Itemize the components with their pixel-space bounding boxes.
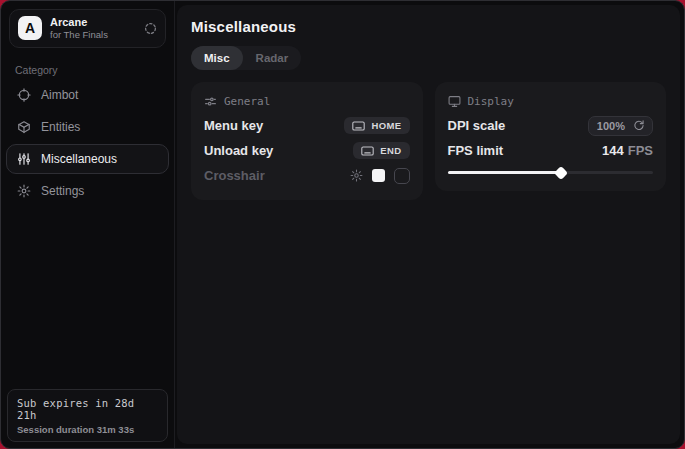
general-card-title: General — [224, 95, 270, 108]
brand-logo: A — [18, 16, 42, 40]
dpi-scale-label: DPI scale — [448, 118, 506, 133]
dpi-scale-select[interactable]: 100% — [588, 116, 653, 136]
sidebar-item-label: Aimbot — [41, 88, 78, 102]
crosshair-label: Crosshair — [204, 168, 265, 183]
fps-limit-row: FPS limit 144FPS — [448, 139, 654, 162]
sidebar-item-settings[interactable]: Settings — [6, 176, 169, 206]
sidebar-item-label: Settings — [41, 184, 84, 198]
menu-key-label: Menu key — [204, 118, 263, 133]
sidebar-item-entities[interactable]: Entities — [6, 112, 169, 142]
entities-icon — [17, 120, 31, 134]
fps-slider-thumb[interactable] — [553, 165, 567, 179]
session-card: Sub expires in 28d 21h Session duration … — [7, 389, 168, 442]
display-card: Display DPI scale 100% — [435, 82, 667, 191]
loader-icon — [144, 22, 157, 35]
brand-title: Arcane — [50, 16, 136, 29]
fps-limit-value: 144FPS — [602, 143, 653, 158]
unload-key-row: Unload key END — [204, 139, 410, 162]
crosshair-row: Crosshair — [204, 164, 410, 187]
dpi-scale-value: 100% — [597, 120, 625, 132]
display-icon — [448, 95, 461, 108]
dpi-scale-row: DPI scale 100% — [448, 114, 654, 137]
tab-bar: Misc Radar — [191, 46, 301, 70]
menu-key-row: Menu key HOME — [204, 114, 410, 137]
crosshair-checkbox[interactable] — [394, 168, 410, 184]
sidebar: A Arcane for The Finals Category Aimbot — [1, 1, 175, 448]
crosshair-icon — [17, 88, 31, 102]
app-window: A Arcane for The Finals Category Aimbot — [0, 0, 685, 449]
keyboard-icon — [361, 146, 374, 156]
menu-key-bind[interactable]: HOME — [344, 117, 409, 134]
crosshair-color-swatch[interactable] — [372, 169, 385, 182]
keyboard-icon — [352, 121, 365, 131]
unload-key-label: Unload key — [204, 143, 273, 158]
fps-limit-slider[interactable] — [448, 166, 654, 178]
gear-icon — [17, 184, 31, 198]
fps-limit-label: FPS limit — [448, 143, 504, 158]
fps-slider-fill — [448, 171, 561, 174]
sidebar-item-label: Miscellaneous — [41, 152, 117, 166]
sliders-icon — [17, 152, 31, 166]
session-duration-text: Session duration 31m 33s — [17, 424, 158, 435]
sidebar-item-miscellaneous[interactable]: Miscellaneous — [6, 144, 169, 174]
tab-misc[interactable]: Misc — [191, 46, 243, 70]
crosshair-settings-gear-icon[interactable] — [350, 169, 363, 182]
general-card: General Menu key HOME — [191, 82, 423, 200]
main-panel: Miscellaneous Misc Radar Gene — [177, 5, 680, 444]
tab-radar[interactable]: Radar — [243, 46, 302, 70]
unload-key-bind[interactable]: END — [353, 142, 409, 159]
general-icon — [204, 95, 217, 108]
refresh-icon — [633, 120, 644, 131]
display-card-title: Display — [468, 95, 514, 108]
category-label: Category — [15, 64, 160, 76]
page-title: Miscellaneous — [191, 18, 666, 35]
sidebar-item-aimbot[interactable]: Aimbot — [6, 80, 169, 110]
sidebar-nav: Aimbot Entities Miscella — [1, 80, 174, 206]
sidebar-item-label: Entities — [41, 120, 80, 134]
brand-card: A Arcane for The Finals — [9, 9, 166, 48]
brand-subtitle: for The Finals — [50, 29, 136, 40]
sub-expiry-text: Sub expires in 28d 21h — [17, 397, 158, 421]
